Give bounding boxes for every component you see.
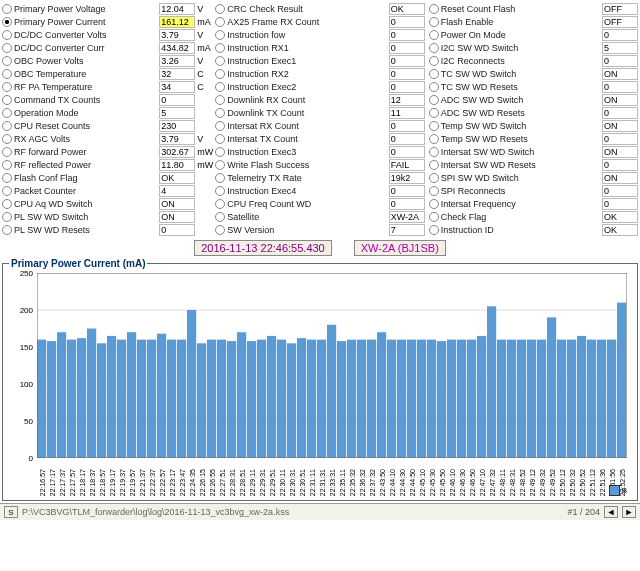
radio-select[interactable] xyxy=(215,173,225,183)
radio-select[interactable] xyxy=(2,43,12,53)
svg-rect-20 xyxy=(177,340,186,458)
radio-select[interactable] xyxy=(215,186,225,196)
radio-select[interactable] xyxy=(429,134,439,144)
radio-select[interactable] xyxy=(2,56,12,66)
radio-select[interactable] xyxy=(215,108,225,118)
radio-select[interactable] xyxy=(429,121,439,131)
field-label: Reset Count Flash xyxy=(441,4,602,14)
radio-select[interactable] xyxy=(429,95,439,105)
radio-select[interactable] xyxy=(215,225,225,235)
prev-button[interactable]: ◄ xyxy=(604,506,618,518)
radio-select[interactable] xyxy=(215,95,225,105)
radio-select[interactable] xyxy=(215,82,225,92)
radio-select[interactable] xyxy=(2,4,12,14)
radio-select[interactable] xyxy=(2,17,12,27)
radio-select[interactable] xyxy=(2,121,12,131)
field-value: 302.67 xyxy=(159,146,195,158)
field-unit: V xyxy=(195,30,211,40)
telemetry-row: Instruction Exec20 xyxy=(215,80,424,93)
field-unit: C xyxy=(195,69,211,79)
radio-select[interactable] xyxy=(2,69,12,79)
telemetry-row: Instruction IDOK xyxy=(429,223,638,236)
radio-select[interactable] xyxy=(429,147,439,157)
radio-select[interactable] xyxy=(2,199,12,209)
radio-select[interactable] xyxy=(429,17,439,27)
status-s-button[interactable]: S xyxy=(4,506,18,518)
radio-select[interactable] xyxy=(429,82,439,92)
svg-rect-10 xyxy=(77,338,86,458)
radio-select[interactable] xyxy=(215,4,225,14)
field-value: 5 xyxy=(159,107,195,119)
svg-rect-9 xyxy=(67,340,76,458)
svg-rect-54 xyxy=(517,340,526,458)
radio-select[interactable] xyxy=(429,173,439,183)
radio-select[interactable] xyxy=(215,199,225,209)
field-label: Instruction Exec3 xyxy=(227,147,388,157)
field-value: 0 xyxy=(389,133,425,145)
radio-select[interactable] xyxy=(2,160,12,170)
radio-select[interactable] xyxy=(429,69,439,79)
field-label: Telemetry TX Rate xyxy=(227,173,388,183)
field-value: 3.26 xyxy=(159,55,195,67)
radio-select[interactable] xyxy=(429,212,439,222)
radio-select[interactable] xyxy=(429,108,439,118)
radio-select[interactable] xyxy=(2,95,12,105)
radio-select[interactable] xyxy=(2,173,12,183)
radio-select[interactable] xyxy=(2,30,12,40)
field-label: Satellite xyxy=(227,212,388,222)
radio-select[interactable] xyxy=(215,43,225,53)
radio-select[interactable] xyxy=(2,134,12,144)
radio-select[interactable] xyxy=(429,30,439,40)
radio-select[interactable] xyxy=(429,43,439,53)
radio-select[interactable] xyxy=(429,225,439,235)
field-value: 0 xyxy=(602,198,638,210)
radio-select[interactable] xyxy=(2,225,12,235)
x-axis-labels: 22:16:5722:17:1722:17:3722:17:5722:18:17… xyxy=(37,458,629,496)
field-label: CRC Check Result xyxy=(227,4,388,14)
field-value: 0 xyxy=(602,107,638,119)
field-value: OK xyxy=(602,224,638,236)
svg-rect-22 xyxy=(197,343,206,458)
radio-select[interactable] xyxy=(215,134,225,144)
radio-select[interactable] xyxy=(429,4,439,14)
radio-select[interactable] xyxy=(429,199,439,209)
radio-select[interactable] xyxy=(2,212,12,222)
radio-select[interactable] xyxy=(429,56,439,66)
radio-select[interactable] xyxy=(215,212,225,222)
radio-select[interactable] xyxy=(215,56,225,66)
telemetry-row: OBC Power Volts3.26V xyxy=(2,54,211,67)
svg-rect-41 xyxy=(387,340,396,458)
telemetry-row: Primary Power Current161.12mA xyxy=(2,15,211,28)
field-value: 0 xyxy=(602,159,638,171)
telemetry-row: Intersat RX Count0 xyxy=(215,119,424,132)
radio-select[interactable] xyxy=(429,186,439,196)
field-value: 19k2 xyxy=(389,172,425,184)
field-value: 34 xyxy=(159,81,195,93)
radio-select[interactable] xyxy=(2,82,12,92)
field-label: Command TX Counts xyxy=(14,95,159,105)
radio-select[interactable] xyxy=(429,160,439,170)
radio-select[interactable] xyxy=(2,108,12,118)
telemetry-row: Power On Mode0 xyxy=(429,28,638,41)
radio-select[interactable] xyxy=(2,147,12,157)
radio-select[interactable] xyxy=(215,147,225,157)
radio-select[interactable] xyxy=(215,160,225,170)
field-value: 0 xyxy=(389,42,425,54)
telemetry-row: Intersat TX Count0 xyxy=(215,132,424,145)
svg-rect-32 xyxy=(297,338,306,458)
telemetry-row: SPI Reconnects0 xyxy=(429,184,638,197)
radio-select[interactable] xyxy=(215,30,225,40)
telemetry-row: Instruction Exec10 xyxy=(215,54,424,67)
radio-select[interactable] xyxy=(215,121,225,131)
radio-select[interactable] xyxy=(2,186,12,196)
field-label: I2C Reconnects xyxy=(441,56,602,66)
field-value: 0 xyxy=(602,81,638,93)
field-label: Instruction fow xyxy=(227,30,388,40)
radio-select[interactable] xyxy=(215,17,225,27)
telemetry-row: RF forward Power302.67mW xyxy=(2,145,211,158)
radio-select[interactable] xyxy=(215,69,225,79)
field-value: 11 xyxy=(389,107,425,119)
field-label: CPU Aq WD Switch xyxy=(14,199,159,209)
field-label: RX AGC Volts xyxy=(14,134,159,144)
next-button[interactable]: ► xyxy=(622,506,636,518)
